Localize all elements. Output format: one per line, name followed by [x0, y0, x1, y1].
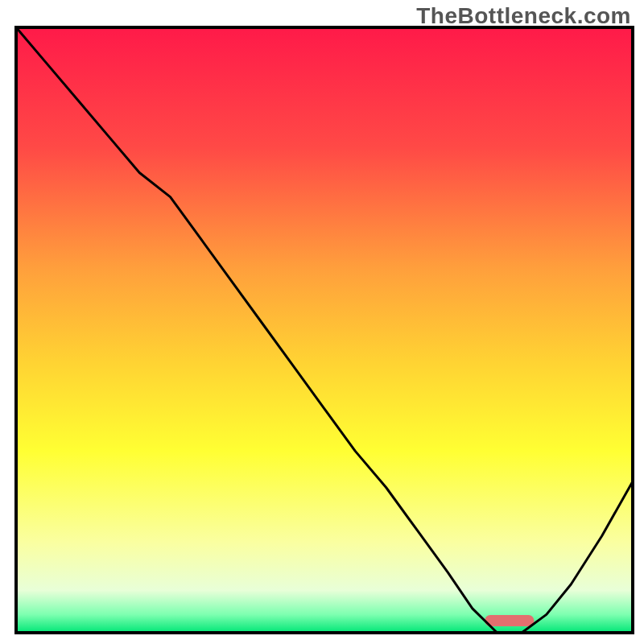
chart-frame: TheBottleneck.com: [0, 0, 644, 644]
watermark-label: TheBottleneck.com: [416, 3, 631, 29]
chart-svg: [0, 0, 644, 644]
optimum-marker: [485, 615, 534, 626]
chart-background: [16, 27, 633, 633]
